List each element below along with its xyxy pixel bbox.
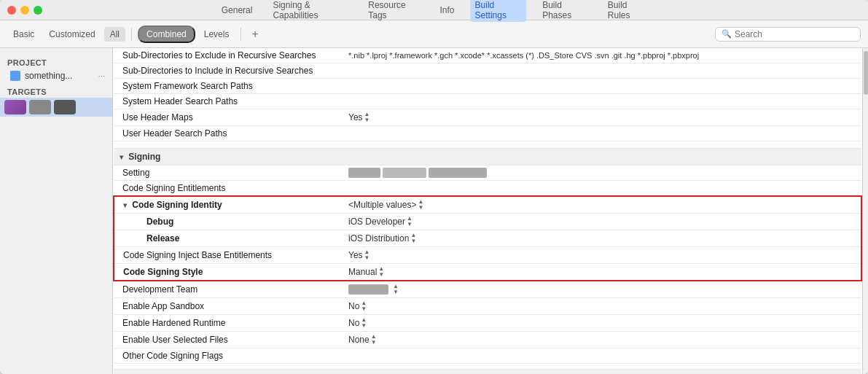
settings-toolbar: Basic Customized All Combined Levels + 🔍 bbox=[0, 20, 868, 48]
combined-button[interactable]: Combined bbox=[138, 26, 195, 43]
debug-label: Debug bbox=[146, 217, 173, 227]
setting-name: Use Header Maps bbox=[114, 109, 340, 126]
table-row: User Header Search Paths bbox=[114, 126, 861, 141]
setting-value-debug[interactable]: iOS Developer ▲▼ bbox=[340, 214, 861, 230]
setting-name-user-files: Enable User Selected Files bbox=[114, 332, 340, 348]
target-1-icon bbox=[4, 100, 26, 114]
table-row: Sub-Directories to Include in Recursive … bbox=[114, 63, 861, 79]
setting-value-dev-team[interactable]: ▲▼ bbox=[340, 281, 861, 298]
setting-name: Setting bbox=[114, 165, 340, 181]
stepper-arrows-sandbox[interactable]: ▲▼ bbox=[361, 300, 367, 312]
main-area: PROJECT something... ··· TARGETS Sub-Dir… bbox=[0, 48, 868, 374]
setting-value[interactable] bbox=[340, 79, 861, 94]
table-row-other-flags: Other Code Signing Flags bbox=[114, 348, 861, 364]
all-button[interactable]: All bbox=[104, 27, 125, 42]
setting-value[interactable] bbox=[340, 165, 861, 181]
code-signing-style-label: Code Signing Style bbox=[123, 267, 203, 277]
setting-value-app-sandbox[interactable]: No ▲▼ bbox=[340, 298, 861, 315]
settings-content: Sub-Directories to Exclude in Recursive … bbox=[113, 48, 862, 374]
project-section-label: PROJECT bbox=[0, 54, 112, 69]
tab-build-rules[interactable]: Build Rules bbox=[603, 0, 651, 22]
setting-value-other-flags[interactable] bbox=[340, 348, 861, 364]
setting-value[interactable]: Yes ▲▼ bbox=[340, 109, 861, 126]
signing-section-label: Signing bbox=[128, 152, 160, 162]
setting-name-hardened: Enable Hardened Runtime bbox=[114, 315, 340, 332]
section-toggle-signing[interactable]: ▾ bbox=[120, 153, 123, 161]
tab-info[interactable]: Info bbox=[436, 4, 459, 17]
setting-value-hardened[interactable]: No ▲▼ bbox=[340, 315, 861, 332]
provisioning-section-header: ▾ Provisioning Profile <Multiple values>… bbox=[114, 370, 861, 375]
table-row: Code Signing Entitlements bbox=[114, 181, 861, 197]
code-signing-identity-toggle[interactable]: ▾ bbox=[123, 201, 127, 209]
setting-value-release[interactable]: iOS Distribution ▲▼ bbox=[340, 230, 861, 247]
search-input[interactable] bbox=[735, 29, 854, 39]
setting-value-user-files[interactable]: None ▲▼ bbox=[340, 332, 861, 348]
setting-value-inject[interactable]: Yes ▲▼ bbox=[340, 247, 861, 264]
xcode-window: General Signing & Capabilities Resource … bbox=[0, 0, 868, 374]
maximize-button[interactable] bbox=[34, 6, 42, 15]
hardened-no-value[interactable]: No ▲▼ bbox=[348, 317, 367, 329]
stepper-arrows-release[interactable]: ▲▼ bbox=[410, 233, 416, 244]
table-row: Setting bbox=[114, 165, 861, 181]
table-row: System Framework Search Paths bbox=[114, 79, 861, 94]
close-button[interactable] bbox=[7, 6, 16, 15]
multiple-values-indicator[interactable]: <Multiple values> ▲▼ bbox=[348, 199, 423, 211]
stepper-arrows-team[interactable]: ▲▼ bbox=[393, 284, 399, 295]
setting-value[interactable] bbox=[340, 126, 861, 141]
none-value[interactable]: None ▲▼ bbox=[348, 334, 377, 346]
setting-value-code-signing-identity[interactable]: <Multiple values> ▲▼ bbox=[340, 196, 861, 214]
targets-section-label: TARGETS bbox=[0, 83, 112, 98]
setting-value[interactable]: *.nib *.lproj *.framework *.gch *.xcode*… bbox=[340, 48, 861, 63]
scrollbar-thumb[interactable] bbox=[864, 51, 868, 95]
add-setting-button[interactable]: + bbox=[247, 28, 262, 41]
customized-button[interactable]: Customized bbox=[43, 27, 101, 42]
table-row: Sub-Directories to Exclude in Recursive … bbox=[114, 48, 861, 63]
setting-value[interactable] bbox=[340, 94, 861, 109]
table-row-inject: Code Signing Inject Base Entitlements Ye… bbox=[114, 247, 861, 264]
inject-yes-value[interactable]: Yes ▲▼ bbox=[348, 249, 370, 261]
setting-name-dev-team: Development Team bbox=[114, 281, 340, 298]
setting-name: System Header Search Paths bbox=[114, 94, 340, 109]
tab-resource-tags[interactable]: Resource Tags bbox=[364, 0, 423, 22]
stepper-arrows-hardened[interactable]: ▲▼ bbox=[361, 317, 367, 329]
tab-signing-capabilities[interactable]: Signing & Capabilities bbox=[268, 0, 352, 22]
ios-distribution-value[interactable]: iOS Distribution ▲▼ bbox=[348, 233, 416, 244]
stepper-arrows-csi[interactable]: ▲▼ bbox=[418, 199, 423, 211]
manual-value[interactable]: Manual ▲▼ bbox=[348, 266, 384, 278]
tab-build-settings[interactable]: Build Settings bbox=[471, 0, 527, 22]
release-label: Release bbox=[146, 233, 179, 244]
setting-name-debug: Debug bbox=[114, 214, 340, 230]
stepper-arrows[interactable]: ▲▼ bbox=[364, 112, 370, 123]
tab-build-phases[interactable]: Build Phases bbox=[538, 0, 592, 22]
stepper-arrows-debug[interactable]: ▲▼ bbox=[407, 216, 413, 227]
setting-name-code-signing-style: Code Signing Style bbox=[114, 264, 340, 281]
dev-team-seg bbox=[348, 284, 388, 295]
use-header-maps-value[interactable]: Yes ▲▼ bbox=[348, 112, 370, 123]
blurred-seg-2 bbox=[383, 168, 426, 178]
search-box[interactable]: 🔍 bbox=[715, 27, 861, 42]
setting-value[interactable] bbox=[340, 63, 861, 79]
scrollbar[interactable] bbox=[862, 48, 868, 374]
code-signing-identity-label: Code Signing Identity bbox=[132, 200, 222, 210]
minimize-button[interactable] bbox=[20, 6, 29, 15]
setting-name: Code Signing Entitlements bbox=[114, 181, 340, 197]
table-row-code-signing-style: Code Signing Style Manual ▲▼ bbox=[114, 264, 861, 281]
signing-section-header: ▾ Signing bbox=[114, 149, 861, 165]
sidebar-item-project[interactable]: something... ··· bbox=[0, 69, 112, 83]
stepper-arrows-files[interactable]: ▲▼ bbox=[371, 334, 377, 346]
basic-button[interactable]: Basic bbox=[7, 27, 40, 42]
setting-value-code-signing-style[interactable]: Manual ▲▼ bbox=[340, 264, 861, 281]
sandbox-no-value[interactable]: No ▲▼ bbox=[348, 300, 367, 312]
setting-value[interactable] bbox=[340, 181, 861, 197]
table-row: Use Header Maps Yes ▲▼ bbox=[114, 109, 861, 126]
sidebar-item-target-1[interactable] bbox=[0, 98, 112, 117]
stepper-arrows-style[interactable]: ▲▼ bbox=[378, 266, 384, 278]
table-row-code-signing-identity: ▾ Code Signing Identity <Multiple values… bbox=[114, 196, 861, 214]
sidebar: PROJECT something... ··· TARGETS bbox=[0, 48, 113, 374]
levels-button[interactable]: Levels bbox=[198, 27, 235, 42]
table-row-user-files: Enable User Selected Files None ▲▼ bbox=[114, 332, 861, 348]
ios-developer-value[interactable]: iOS Developer ▲▼ bbox=[348, 216, 413, 227]
stepper-arrows-inject[interactable]: ▲▼ bbox=[364, 249, 370, 261]
blurred-seg-1 bbox=[348, 168, 380, 178]
tab-general[interactable]: General bbox=[217, 4, 257, 17]
